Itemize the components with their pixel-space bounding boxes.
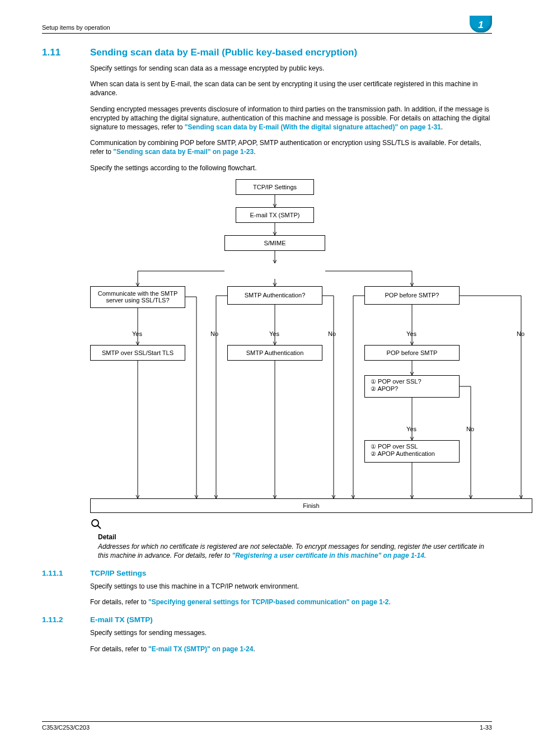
p3-tail: . — [441, 123, 443, 131]
fc-emailtx: E-mail TX (SMTP) — [236, 207, 314, 223]
link-sending-email[interactable]: "Sending scan data by E-mail" on page 1-… — [113, 148, 254, 156]
sub2-p: Specify settings for sending messages. — [90, 628, 492, 637]
fc-a-smtpssl: SMTP over SSL/Start TLS — [90, 345, 185, 361]
page-footer: C353/C253/C203 1-33 — [42, 721, 492, 731]
detail-text: Addresses for which no certificate is re… — [98, 542, 492, 560]
fc-smime: S/MIME — [224, 235, 325, 251]
fc-a-popbefore: POP before SMTP — [364, 345, 460, 361]
subsection-1-heading: 1.11.1TCP/IP Settings — [42, 569, 492, 577]
sub2-post: . — [253, 645, 255, 653]
footer-model: C353/C253/C203 — [42, 724, 90, 731]
flowchart: TCP/IP Settings E-mail TX (SMTP) S/MIME … — [90, 179, 492, 515]
link-emailtx-smtp[interactable]: "E-mail TX (SMTP)" on page 1-24 — [148, 645, 253, 653]
fc-yes-3: Yes — [406, 330, 416, 337]
intro-p5: Specify the settings according to the fo… — [90, 164, 492, 172]
sub1-post: . — [389, 598, 391, 606]
fc-yes-2: Yes — [269, 330, 279, 337]
fc-a4b: ② APOP Authentication — [371, 450, 435, 458]
fc-a-smtpauth: SMTP Authentication — [227, 345, 322, 361]
sub2-title: E-mail TX (SMTP) — [90, 615, 153, 624]
section-heading: 1.11Sending scan data by E-mail (Public … — [42, 47, 492, 58]
sub1-number: 1.11.1 — [42, 569, 90, 577]
fc-q4b: ② APOP? — [371, 385, 398, 393]
fc-no-4: No — [466, 426, 474, 432]
fc-tcpip: TCP/IP Settings — [236, 179, 314, 195]
page-header: Setup items by operation — [42, 24, 492, 34]
magnifier-icon — [90, 518, 102, 532]
sub2-number: 1.11.2 — [42, 615, 90, 624]
subsection-2-heading: 1.11.2E-mail TX (SMTP) — [42, 615, 492, 624]
sub1-details: For details, refer to "Specifying genera… — [90, 598, 492, 606]
svg-point-28 — [92, 520, 99, 526]
page-content: 1.11Sending scan data by E-mail (Public … — [42, 47, 492, 711]
intro-p3: Sending encrypted messages prevents disc… — [90, 105, 492, 132]
sub2-pre: For details, refer to — [90, 645, 148, 653]
intro-p2: When scan data is sent by E-mail, the sc… — [90, 80, 492, 97]
sub2-details: For details, refer to "E-mail TX (SMTP)"… — [90, 645, 492, 654]
fc-q-popbefore: POP before SMTP? — [364, 286, 460, 305]
fc-no-1: No — [210, 330, 218, 337]
section-number: 1.11 — [42, 47, 90, 58]
detail-text-c: . — [424, 552, 426, 559]
sub1-p: Specify settings to use this machine in … — [90, 582, 492, 591]
link-register-cert[interactable]: "Registering a user certificate in this … — [232, 552, 424, 559]
section-title: Sending scan data by E-mail (Public key-… — [90, 47, 357, 58]
link-digital-signature[interactable]: "Sending scan data by E-mail (With the d… — [185, 123, 441, 131]
fc-a-popssl-apop: ① POP over SSL ② APOP Authentication — [364, 440, 460, 463]
fc-a4a: ① POP over SSL — [371, 443, 418, 450]
intro-p4: Communication by combining POP before SM… — [90, 138, 492, 156]
fc-finish: Finish — [90, 498, 532, 513]
fc-q4a: ① POP over SSL? — [371, 378, 421, 385]
detail-title: Detail — [98, 533, 492, 541]
svg-line-29 — [98, 525, 101, 529]
p4-tail: . — [254, 148, 255, 156]
sub1-title: TCP/IP Settings — [90, 569, 146, 577]
link-tcpip-settings[interactable]: "Specifying general settings for TCP/IP-… — [148, 598, 388, 606]
sub1-pre: For details, refer to — [90, 598, 148, 606]
detail-note: Detail Addresses for which no certificat… — [90, 518, 492, 560]
fc-yes-1: Yes — [132, 330, 142, 337]
fc-yes-4: Yes — [406, 426, 416, 432]
footer-page: 1-33 — [480, 724, 492, 731]
fc-q-popssl-apop: ① POP over SSL? ② APOP? — [364, 375, 460, 398]
fc-no-2: No — [328, 330, 336, 337]
breadcrumb: Setup items by operation — [42, 24, 110, 31]
intro-p1: Specify settings for sending scan data a… — [90, 64, 492, 73]
fc-q-ssltls: Communicate with the SMTP server using S… — [90, 286, 185, 308]
fc-q-smtpauth: SMTP Authentication? — [227, 286, 322, 305]
fc-no-3: No — [517, 330, 524, 337]
